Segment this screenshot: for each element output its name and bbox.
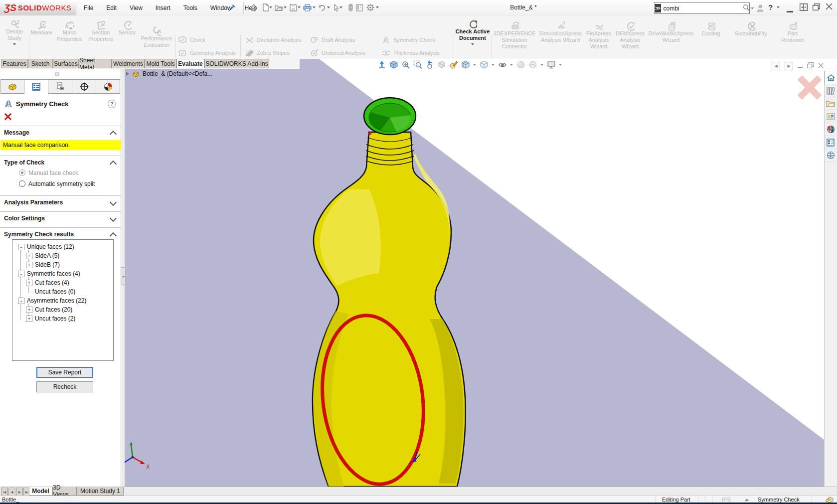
- ribbon-check-active-document[interactable]: ✻ Check Active Document: [455, 20, 491, 45]
- tab-dimxpert-manager[interactable]: [72, 79, 96, 94]
- status-units[interactable]: IPS: [722, 497, 731, 503]
- tab-display-manager[interactable]: [96, 79, 120, 94]
- search-icon[interactable]: [743, 4, 750, 12]
- automatic-symmetry-split-radio[interactable]: [19, 180, 25, 187]
- status-tag-icon[interactable]: [826, 497, 834, 503]
- tree-item-unique-faces[interactable]: -Unique faces (12): [18, 243, 74, 251]
- expand-tree-icon[interactable]: [126, 72, 129, 76]
- file-explorer-icon[interactable]: [825, 97, 837, 110]
- search-scope-icon[interactable]: ≫: [655, 4, 661, 12]
- settings-gear-icon[interactable]: [366, 3, 375, 12]
- viewport-restore-button[interactable]: [807, 62, 814, 70]
- hide-show-items-dropdown[interactable]: [510, 64, 513, 66]
- print-dropdown[interactable]: [313, 6, 316, 8]
- expand-panes-button[interactable]: [800, 3, 808, 12]
- panel-cancel-button[interactable]: [4, 113, 12, 122]
- tree-expand-box[interactable]: +: [26, 280, 32, 286]
- pin-menu-icon[interactable]: [228, 3, 236, 11]
- save-report-button[interactable]: Save Report: [36, 367, 93, 378]
- tab-solidworks-add-ins[interactable]: SOLIDWORKS Add-Ins: [204, 59, 269, 68]
- tab-features[interactable]: Features: [1, 59, 28, 68]
- home-icon[interactable]: [825, 71, 837, 84]
- view-orientation-dropdown[interactable]: [473, 64, 476, 66]
- color-settings-section-header[interactable]: Color Settings: [4, 215, 45, 222]
- ribbon-geometry-analysis[interactable]: Geometry Analysis: [178, 49, 236, 57]
- home-icon[interactable]: [249, 3, 258, 12]
- help-dropdown[interactable]: [777, 6, 780, 8]
- tab-property-manager[interactable]: [24, 79, 48, 94]
- ribbon-undercut-analysis[interactable]: Undercut Analysis: [310, 49, 365, 57]
- scene-dropdown[interactable]: [540, 64, 543, 66]
- panel-splitter[interactable]: ◄: [121, 69, 125, 487]
- ribbon-zebra-stripes[interactable]: Zebra Stripes: [245, 49, 290, 57]
- normal-to-icon[interactable]: [377, 60, 386, 70]
- manual-face-check-radio[interactable]: [19, 169, 25, 176]
- ribbon-3dexperience-simulation-connector[interactable]: 3DEXPERIENCE Simulation Connector: [495, 22, 534, 50]
- type-of-check-section-header[interactable]: Type of Check: [4, 159, 44, 166]
- tab-model[interactable]: Model: [29, 487, 52, 496]
- ribbon-check[interactable]: Check: [178, 36, 205, 44]
- panel-collapse-handle[interactable]: [55, 72, 59, 76]
- display-style-dropdown[interactable]: [492, 64, 495, 66]
- tab-mold-tools[interactable]: Mold Tools: [145, 59, 176, 68]
- settings-dropdown[interactable]: [376, 6, 379, 8]
- custom-properties-icon[interactable]: [825, 136, 837, 149]
- tab-surfaces[interactable]: Surfaces: [53, 59, 79, 68]
- open-dropdown[interactable]: [284, 6, 287, 8]
- ribbon-costing[interactable]: Costing: [697, 22, 725, 37]
- panel-collapse-arrow[interactable]: ◄: [121, 267, 126, 285]
- menu-edit[interactable]: Edit: [105, 2, 118, 13]
- units-dropdown-caret[interactable]: [745, 497, 749, 503]
- check-active-document-dropdown[interactable]: [471, 43, 474, 45]
- type-of-check-collapse-chevron[interactable]: [110, 161, 117, 168]
- open-icon[interactable]: [274, 3, 283, 12]
- view-settings-icon[interactable]: [546, 60, 556, 70]
- ribbon-driveworksxpress-wizard[interactable]: DriveWorksXpress Wizard: [648, 22, 694, 43]
- zoom-area-icon[interactable]: [413, 60, 422, 70]
- hide-show-items-icon[interactable]: [498, 60, 507, 70]
- user-account-icon[interactable]: [756, 3, 765, 12]
- tree-item-sideb[interactable]: +SideB (7): [26, 261, 60, 269]
- ribbon-dfmxpress-wizard[interactable]: DFMXpress Analysis Wizard: [614, 22, 646, 50]
- ribbon-sustainability[interactable]: Sustainability: [730, 22, 772, 37]
- menu-file[interactable]: File: [83, 2, 94, 13]
- tree-item-sidea[interactable]: +SideA (5): [26, 252, 59, 260]
- ribbon-draft-analysis[interactable]: Draft Analysis: [310, 36, 355, 44]
- results-tree[interactable]: -Unique faces (12) +SideA (5) +SideB (7)…: [12, 239, 114, 361]
- tree-item-uncut-faces-2[interactable]: +Uncut faces (2): [26, 315, 75, 323]
- recheck-button[interactable]: Recheck: [36, 381, 93, 392]
- ribbon-symmetry-check[interactable]: Symmetry Check: [382, 36, 435, 44]
- scroll-next-button[interactable]: ▶: [16, 488, 23, 496]
- analysis-parameters-section-header[interactable]: Analysis Parameters: [4, 199, 63, 206]
- results-collapse-chevron[interactable]: [110, 232, 117, 239]
- forum-icon[interactable]: [825, 149, 837, 162]
- previous-document-button[interactable]: ◀: [772, 62, 780, 70]
- search-dropdown[interactable]: [751, 7, 754, 9]
- next-document-button[interactable]: ▶: [785, 62, 793, 70]
- ribbon-performance-evaluation[interactable]: Performance Evaluation: [139, 27, 174, 48]
- tree-expand-box[interactable]: +: [26, 316, 32, 322]
- ribbon-mass-properties[interactable]: Mass Properties: [55, 21, 84, 42]
- undo-icon[interactable]: [318, 3, 327, 12]
- tab-sheet-metal[interactable]: Sheet Metal: [79, 59, 112, 68]
- ribbon-part-reviewer[interactable]: Part Reviewer: [776, 22, 810, 43]
- scene-icon[interactable]: [528, 60, 537, 70]
- menu-tools[interactable]: Tools: [182, 2, 198, 13]
- print-icon[interactable]: [303, 3, 312, 12]
- restore-button[interactable]: [813, 3, 820, 12]
- ribbon-floxpress-wizard[interactable]: FloXpress Analysis Wizard: [584, 22, 613, 50]
- isometric-view-icon[interactable]: [389, 60, 398, 70]
- ribbon-design-study[interactable]: Design Study: [3, 20, 26, 45]
- tree-item-cut-faces-20[interactable]: +Cut faces (20): [26, 306, 72, 314]
- graphics-viewport[interactable]: X Z: [125, 59, 824, 487]
- menu-view[interactable]: View: [129, 2, 144, 13]
- design-study-dropdown[interactable]: [13, 43, 16, 45]
- tree-expand-box[interactable]: -: [18, 271, 24, 277]
- tree-expand-box[interactable]: +: [26, 307, 32, 313]
- edit-appearance-pencil-icon[interactable]: [449, 60, 458, 70]
- ribbon-section-properties[interactable]: Section Properties: [86, 21, 116, 42]
- undo-dropdown[interactable]: [327, 6, 330, 8]
- tree-item-symmetric-faces[interactable]: -Symmetric faces (4): [18, 270, 80, 278]
- web-portal-icon[interactable]: [825, 123, 837, 136]
- tab-motion-study-1[interactable]: Motion Study 1: [77, 487, 124, 496]
